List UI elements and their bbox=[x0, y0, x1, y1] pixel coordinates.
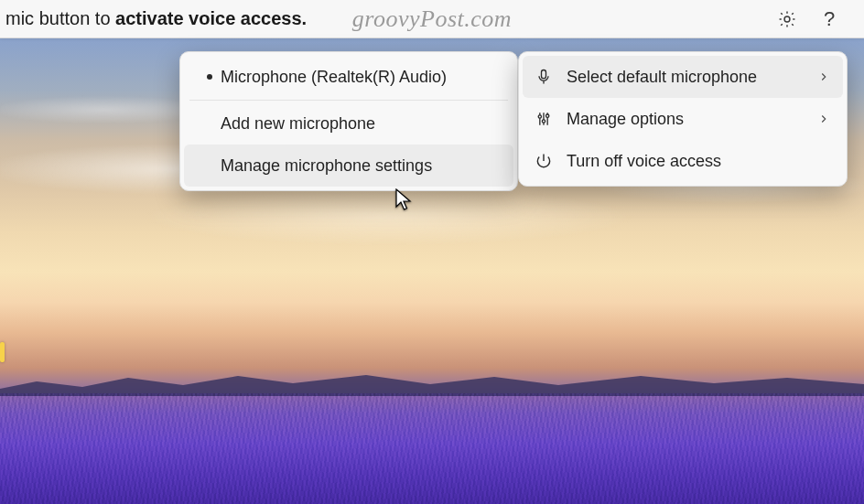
help-icon: ? bbox=[824, 7, 835, 31]
svg-rect-1 bbox=[542, 70, 546, 79]
message-prefix: mic button to bbox=[5, 8, 115, 28]
menu-item-manage-options[interactable]: Manage options bbox=[523, 98, 843, 140]
wallpaper-field bbox=[0, 393, 864, 504]
menu-item-label: Select default microphone bbox=[567, 68, 805, 87]
chevron-right-icon bbox=[817, 70, 830, 83]
submenu-item-manage-mic[interactable]: Manage microphone settings bbox=[184, 145, 513, 187]
submenu-divider bbox=[189, 100, 508, 101]
submenu-item-add-mic[interactable]: Add new microphone bbox=[184, 102, 513, 145]
menu-item-label: Turn off voice access bbox=[567, 152, 830, 171]
submenu-label: Microphone (Realtek(R) Audio) bbox=[221, 68, 499, 87]
voice-access-bar: mic button to activate voice access. gro… bbox=[0, 0, 864, 38]
chevron-right-icon bbox=[817, 113, 830, 125]
submenu-label: Manage microphone settings bbox=[221, 156, 499, 176]
sliders-icon bbox=[534, 110, 554, 128]
svg-point-0 bbox=[784, 16, 790, 22]
submenu-label: Add new microphone bbox=[221, 114, 499, 134]
microphone-submenu: Microphone (Realtek(R) Audio) Add new mi… bbox=[179, 51, 518, 191]
watermark-text: groovyPost.com bbox=[352, 5, 512, 33]
menu-item-label: Manage options bbox=[567, 110, 805, 129]
message-bold: activate voice access. bbox=[115, 8, 307, 28]
settings-menu: Select default microphone Manage options… bbox=[518, 51, 848, 187]
microphone-icon bbox=[534, 68, 554, 86]
voice-access-message: mic button to activate voice access. bbox=[0, 8, 307, 29]
gear-icon bbox=[777, 9, 797, 29]
svg-point-2 bbox=[538, 115, 541, 118]
submenu-item-realtek[interactable]: Microphone (Realtek(R) Audio) bbox=[184, 56, 513, 98]
help-button[interactable]: ? bbox=[815, 5, 844, 34]
bar-actions: ? bbox=[772, 5, 864, 34]
settings-button[interactable] bbox=[772, 5, 802, 34]
menu-item-turn-off[interactable]: Turn off voice access bbox=[523, 140, 843, 182]
power-icon bbox=[534, 152, 554, 170]
svg-point-4 bbox=[546, 114, 549, 117]
edge-marker bbox=[0, 342, 5, 362]
menu-item-select-microphone[interactable]: Select default microphone bbox=[523, 56, 843, 98]
svg-point-3 bbox=[542, 120, 545, 123]
bullet-icon bbox=[199, 74, 221, 80]
